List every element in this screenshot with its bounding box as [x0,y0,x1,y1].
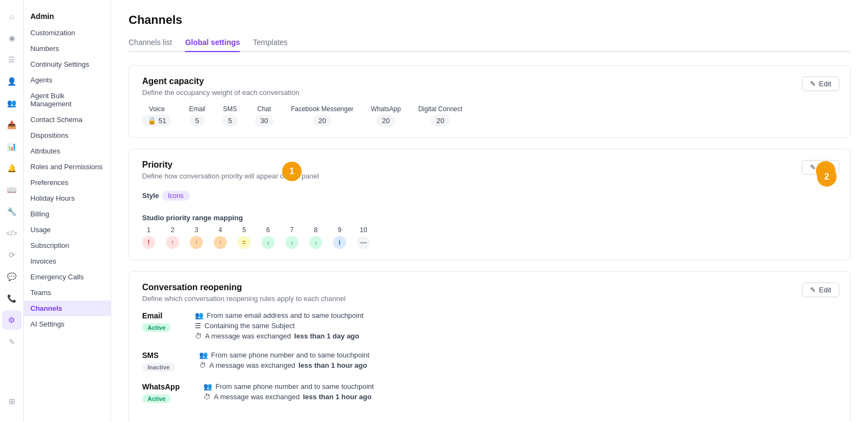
voice-label: Voice [149,105,165,113]
mapping-label: Studio priority range mapping [142,214,837,222]
sms-rule-2-bold: less than 1 hour ago [298,361,367,369]
contacts-icon[interactable]: ◉ [2,28,22,48]
sidebar-item-numbers[interactable]: Numbers [24,41,111,56]
email-value: 5 [195,117,199,125]
tab-global-settings[interactable]: Global settings [185,38,240,52]
email-rule-3-bold: less than 1 day ago [294,332,359,340]
digital-label: Digital Connect [418,105,462,113]
tool-icon[interactable]: 🔧 [2,202,22,221]
agent-capacity-title: Agent capacity [142,76,837,86]
sidebar-item-roles[interactable]: Roles and Permissions [24,159,111,175]
capacity-channel-digital: Digital Connect 20 [418,105,462,126]
email-label: Email [189,105,205,113]
tab-channels-list[interactable]: Channels list [129,38,172,52]
priority-icon-1: ! [142,236,155,249]
pencil-icon: ✎ [810,80,816,88]
sms-rule-1: 👥 From same phone number and to same tou… [199,351,369,359]
sidebar-item-preferences[interactable]: Preferences [24,175,111,190]
list-icon-1: ☰ [195,322,201,330]
sidebar-item-channels[interactable]: Channels [24,300,111,316]
whatsapp-badge: 20 [376,115,395,126]
sidebar-item-attributes[interactable]: Attributes [24,143,111,159]
sidebar-item-emergency-calls[interactable]: Emergency Calls [24,269,111,285]
sidebar-item-holiday-hours[interactable]: Holiday Hours [24,190,111,206]
sidebar-item-continuity[interactable]: Continuity Settings [24,56,111,72]
whatsapp-rules: 👥 From same phone number and to same tou… [203,382,374,401]
capacity-channel-sms: SMS 5 [222,105,237,126]
edit-icon[interactable]: ✎ [2,332,22,351]
priority-card: Priority Define how conversation priorit… [129,149,851,260]
annotation-circle-1: 1 [282,162,302,181]
reopening-edit-button[interactable]: ✎ Edit [802,283,839,297]
whatsapp-label: WhatsApp [371,105,401,113]
capacity-channel-chat: Chat 30 [255,105,273,126]
conversation-reopening-card: Conversation reopening Define which conv… [129,271,851,422]
priority-icon-4: ↑ [214,236,227,249]
sidebar: ⌂ ◉ ☰ 👤 👥 📥 📊 🔔 📖 🔧 </> ⟳ 💬 📞 ⚙ ✎ ⊞ Admi… [0,0,111,422]
workflow-icon[interactable]: ⟳ [2,245,22,265]
agent-capacity-edit-button[interactable]: ✎ Edit [802,76,839,91]
agent-capacity-subtitle: Define the occupancy weight of each conv… [142,88,837,97]
queue-icon[interactable]: ☰ [2,50,22,69]
whatsapp-status-row: WhatsApp Active 👥 From same phone number… [142,382,837,403]
sidebar-item-billing[interactable]: Billing [24,206,111,222]
user-icon[interactable]: 👤 [2,72,22,91]
sidebar-item-customization[interactable]: Customization [24,25,111,41]
page-title: Channels [129,13,851,27]
whatsapp-status-badge: Active [142,394,171,403]
whatsapp-value: 20 [382,117,390,125]
home-icon[interactable]: ⌂ [2,7,22,26]
sidebar-item-invoices[interactable]: Invoices [24,253,111,269]
clock-icon-1: ⏱ [195,332,202,340]
facebook-badge: 20 [313,115,331,126]
sidebar-item-dispositions[interactable]: Dispositions [24,127,111,143]
whatsapp-rule-2-bold: less than 1 hour ago [303,393,372,401]
analytics-icon[interactable]: 📊 [2,137,22,156]
whatsapp-channel-name: WhatsApp [142,382,180,391]
voice-value: 51 [158,117,166,125]
sidebar-item-usage[interactable]: Usage [24,222,111,238]
annotation-circle-2: 2 [817,167,837,187]
chat-icon[interactable]: 💬 [2,267,22,286]
voice-badge: 🔒 51 [142,115,171,126]
admin-label: Admin [24,4,111,25]
code-icon[interactable]: </> [2,223,22,243]
sidebar-item-ai-settings[interactable]: AI Settings [24,316,111,332]
capacity-channel-whatsapp: WhatsApp 20 [371,105,401,126]
sms-rules: 👥 From same phone number and to same tou… [199,351,369,369]
priority-icon-7: ↓ [285,236,298,249]
priority-num-6: 6 [261,226,275,234]
priority-icon-10: — [357,236,370,249]
people-icon-1: 👥 [195,311,203,319]
phone-icon[interactable]: 📞 [2,289,22,308]
sidebar-item-agents[interactable]: Agents [24,72,111,88]
email-channel-name: Email [142,311,171,320]
priority-title: Priority [142,160,837,170]
alert-icon[interactable]: 🔔 [2,158,22,178]
whatsapp-rule-1: 👥 From same phone number and to same tou… [203,382,374,391]
priority-icon-6: ↓ [261,236,275,249]
inbox-icon[interactable]: 📥 [2,115,22,135]
facebook-label: Facebook Messenger [291,105,353,113]
sidebar-item-subscription[interactable]: Subscription [24,238,111,253]
pencil-icon-priority: ✎ [810,163,816,171]
grid-icon[interactable]: ⊞ [2,392,22,411]
capacity-channel-voice: Voice 🔒 51 [142,105,171,126]
reopening-email-row: Email Active 👥 From same email address a… [142,311,837,340]
email-rule-1: 👥 From same email address and to same to… [195,311,363,319]
settings-icon[interactable]: ⚙ [2,310,22,330]
reopening-sms-row: SMS Inactive 👥 From same phone number an… [142,351,837,372]
email-rule-3: ⏱ A message was exchanged less than 1 da… [195,332,363,340]
team-icon[interactable]: 👥 [2,93,22,113]
book-icon[interactable]: 📖 [2,180,22,200]
reopening-subtitle: Define which conversation reopening rule… [142,295,837,303]
tab-templates[interactable]: Templates [253,38,288,52]
sidebar-item-agent-bulk[interactable]: Agent Bulk Management [24,88,111,112]
priority-icons-row: ! ↑ ↑ ↑ = ↓ ↓ ↓ i — [142,236,837,249]
priority-icon-3: ↑ [190,236,203,249]
sidebar-item-contact-schema[interactable]: Contact Schema [24,112,111,127]
sms-status-row: SMS Inactive 👥 From same phone number an… [142,351,837,372]
priority-num-1: 1 [142,226,155,234]
sidebar-item-teams[interactable]: Teams [24,285,111,300]
capacity-channel-facebook: Facebook Messenger 20 [291,105,353,126]
